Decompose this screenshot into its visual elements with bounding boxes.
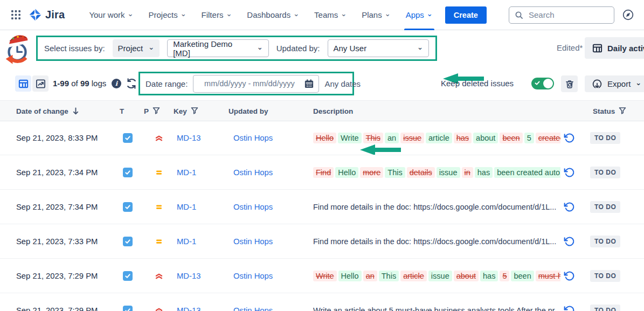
chevron-down-icon: ⌄ <box>417 43 423 51</box>
search-input[interactable] <box>528 10 608 20</box>
issue-key-link[interactable]: MD-13 <box>177 272 200 280</box>
status-badge: TO DO <box>590 236 620 247</box>
description-token-plain: Find more details in the doc: https://do… <box>313 236 556 247</box>
nav-item-your-work[interactable]: Your work⌄ <box>83 0 139 30</box>
nav-item-plans[interactable]: Plans⌄ <box>356 0 396 30</box>
row-description: FindHellomoreThisdetailsissueinhasbeen c… <box>313 167 560 178</box>
chart-view-button[interactable] <box>32 75 49 92</box>
jira-logo[interactable]: Jira <box>29 8 65 22</box>
description-token-added: has <box>475 167 493 178</box>
header-status[interactable]: Status <box>593 107 626 115</box>
issue-key-link[interactable]: MD-1 <box>177 237 196 246</box>
nav-item-projects[interactable]: Projects⌄ <box>142 0 192 30</box>
annotation-box-select-issues: Select issues by: Project⌄ Marketing Dem… <box>36 36 437 61</box>
annotation-box-date-range: Date range: Any dates <box>139 72 354 95</box>
keep-deleted-toggle[interactable] <box>531 78 554 89</box>
header-updated-by[interactable]: Updated by <box>228 107 268 115</box>
issue-key-link[interactable]: MD-1 <box>177 168 196 177</box>
row-date: Sep 21, 2023, 7:34 PM <box>16 168 98 177</box>
app-switcher-icon[interactable] <box>9 8 23 22</box>
undo-icon[interactable] <box>564 167 574 178</box>
table-row: Sep 21, 2023, 7:29 PM MD-13 Ostin Hops W… <box>0 259 644 293</box>
updated-by-link[interactable]: Ostin Hops <box>233 203 273 211</box>
updated-by-link[interactable]: Ostin Hops <box>233 134 273 142</box>
select-by-dropdown[interactable]: Project⌄ <box>113 39 160 57</box>
chevron-down-icon: ⌄ <box>293 10 299 18</box>
discover-compass-icon[interactable] <box>622 9 634 21</box>
issue-key-link[interactable]: MD-13 <box>177 134 200 142</box>
undo-icon[interactable] <box>564 271 574 281</box>
undo-icon[interactable] <box>564 133 574 143</box>
description-token-removed: Hello <box>313 133 336 143</box>
chevron-down-icon: ⌄ <box>181 10 186 18</box>
daily-activity-label: Daily activity <box>607 44 644 53</box>
date-range-label: Date range: <box>146 79 188 88</box>
updated-by-dropdown[interactable]: Any User⌄ <box>328 39 429 57</box>
undo-icon[interactable] <box>564 236 574 247</box>
chevron-down-icon: ⌄ <box>635 79 641 87</box>
header-key[interactable]: Key <box>174 107 198 115</box>
issue-key-link[interactable]: MD-1 <box>177 203 196 211</box>
logs-count: 1-99 of 99 logs <box>53 79 106 88</box>
description-token-plain: Write an article about 5 must-have busin… <box>313 305 560 311</box>
table-row: Sep 21, 2023, 8:33 PM MD-13 Ostin Hops H… <box>0 121 644 155</box>
nav-item-dashboards[interactable]: Dashboards⌄ <box>241 0 305 30</box>
project-dropdown[interactable]: Marketing Demo [MD]⌄ <box>167 39 268 57</box>
description-token-added: an <box>385 133 399 143</box>
updated-by-link[interactable]: Ostin Hops <box>233 306 273 311</box>
edited-label: Edited* <box>557 43 583 52</box>
header-type[interactable]: T <box>120 107 124 115</box>
date-range-field[interactable] <box>193 75 319 93</box>
updated-by-link[interactable]: Ostin Hops <box>233 237 273 246</box>
priority-icon <box>155 307 163 311</box>
issue-key-link[interactable]: MD-13 <box>177 306 200 311</box>
status-badge: TO DO <box>590 270 620 282</box>
priority-icon <box>155 134 163 142</box>
undo-icon[interactable] <box>564 305 574 311</box>
priority-icon <box>155 238 163 245</box>
row-date: Sep 21, 2023, 7:34 PM <box>16 203 98 211</box>
export-download-icon <box>592 79 603 89</box>
keep-deleted-label: Keep deleted issues <box>441 79 514 88</box>
table-row: Sep 21, 2023, 7:34 PM MD-1 Ostin Hops Fi… <box>0 155 644 190</box>
filter-funnel-icon <box>191 107 198 115</box>
check-icon <box>534 80 541 86</box>
any-dates-label[interactable]: Any dates <box>324 79 361 88</box>
nav-item-apps[interactable]: Apps⌄ <box>400 0 439 30</box>
table-header: Date of change T P Key Updated by Descri… <box>0 100 644 121</box>
status-badge: TO DO <box>590 201 620 213</box>
trash-button[interactable] <box>561 75 578 92</box>
nav-item-filters[interactable]: Filters⌄ <box>196 0 238 30</box>
create-button[interactable]: Create <box>445 6 487 24</box>
description-token-removed: in <box>462 167 473 178</box>
search-box[interactable] <box>509 6 614 24</box>
top-navbar: Jira Your work⌄Projects⌄Filters⌄Dashboar… <box>0 0 644 30</box>
calendar-icon[interactable] <box>304 79 314 89</box>
description-token-removed: 5 <box>500 271 509 281</box>
description-token-added: This <box>385 167 405 178</box>
updated-by-link[interactable]: Ostin Hops <box>233 168 273 177</box>
toolbar: 1-99 of 99 logs i Date range: Any dates … <box>0 67 644 100</box>
info-icon[interactable]: i <box>112 79 121 88</box>
description-token-removed: more <box>360 167 383 178</box>
description-token-removed: been <box>500 133 522 143</box>
refresh-icon[interactable] <box>126 78 137 89</box>
description-token-removed: This <box>363 133 383 143</box>
header-date-of-change[interactable]: Date of change <box>16 107 79 115</box>
undo-icon[interactable] <box>564 202 574 212</box>
export-button[interactable]: Export ⌄ <box>585 75 644 92</box>
table-row: Sep 21, 2023, 7:34 PM MD-1 Ostin Hops Fi… <box>0 190 644 224</box>
table-body: Sep 21, 2023, 8:33 PM MD-13 Ostin Hops H… <box>0 121 644 311</box>
table-view-button[interactable] <box>15 75 31 92</box>
date-range-input[interactable] <box>198 79 301 88</box>
status-badge: TO DO <box>590 167 620 178</box>
daily-activity-button[interactable]: Daily activity <box>585 37 644 59</box>
app-window: Jira Your work⌄Projects⌄Filters⌄Dashboar… <box>0 0 644 311</box>
task-type-icon <box>123 168 133 177</box>
row-date: Sep 21, 2023, 8:33 PM <box>16 134 98 142</box>
header-priority[interactable]: P <box>144 107 160 115</box>
nav-item-teams[interactable]: Teams⌄ <box>308 0 352 30</box>
task-type-icon <box>123 133 133 143</box>
updated-by-link[interactable]: Ostin Hops <box>233 272 273 280</box>
jira-mark-icon <box>29 8 42 22</box>
